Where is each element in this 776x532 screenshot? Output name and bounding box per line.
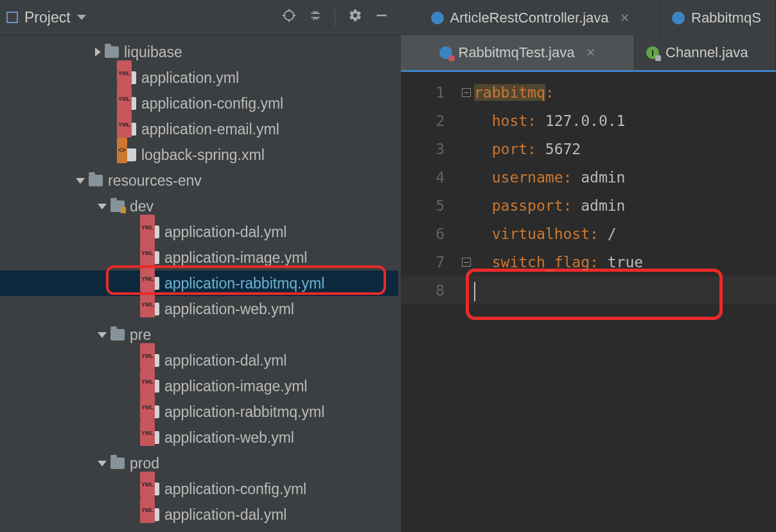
tab-article-rest-controller[interactable]: ArticleRestController.java ✕ (401, 0, 660, 35)
close-icon[interactable]: ✕ (620, 11, 630, 25)
code-editor[interactable]: 1 2 3 4 5 6 7 8 − – rabbitmq: host: 127.… (401, 72, 776, 532)
line-gutter: 1 2 3 4 5 6 7 8 (401, 72, 459, 532)
line-number: 2 (401, 107, 445, 135)
tree-file-dev-image[interactable]: application-image.yml (0, 245, 398, 270)
tree-file-pre-image[interactable]: application-image.yml (0, 373, 398, 399)
tree-folder-resources-env[interactable]: resources-env (0, 168, 398, 193)
gear-icon[interactable] (348, 8, 362, 26)
editor-tabs-row1: ArticleRestController.java ✕ RabbitmqS (401, 0, 776, 35)
svg-point-0 (285, 11, 294, 21)
tree-label: application-dal.yml (164, 348, 287, 373)
text-caret (474, 282, 475, 301)
tree-label: application-dal.yml (164, 502, 287, 528)
folder-icon (105, 46, 119, 58)
tree-folder-pre[interactable]: pre (0, 322, 398, 348)
tree-file-pre-dal[interactable]: application-dal.yml (0, 348, 398, 373)
xml-icon (119, 148, 136, 161)
divider (335, 8, 335, 26)
tree-label: application.yml (141, 65, 239, 91)
java-class-icon (672, 12, 685, 24)
project-dropdown-icon[interactable] (77, 15, 86, 20)
yml-icon (143, 508, 159, 521)
project-label[interactable]: Project (24, 9, 71, 26)
java-interface-icon: I (646, 46, 659, 59)
tree-label: application-image.yml (164, 245, 307, 270)
line-number: 1 (401, 78, 445, 107)
tree-file-prod-dal[interactable]: application-dal.yml (0, 502, 398, 528)
tab-label: RabbitmqTest.java (459, 44, 575, 61)
folder-icon (110, 457, 125, 469)
project-header: Project (0, 0, 398, 35)
tree-label: application-image.yml (164, 373, 307, 399)
yml-icon (143, 483, 159, 495)
tree-file-application-yml[interactable]: application.yml (0, 65, 398, 91)
yml-icon (143, 226, 159, 238)
tree-folder-liquibase[interactable]: liquibase (0, 39, 398, 65)
editor-panel: ArticleRestController.java ✕ RabbitmqS R… (401, 0, 776, 532)
folder-icon (89, 175, 103, 186)
tree-folder-dev[interactable]: dev (0, 193, 398, 219)
tree-label: application-email.yml (141, 116, 279, 142)
folder-icon (110, 200, 125, 212)
tree-label: application-web.yml (164, 296, 294, 322)
tree-label: application-rabbitmq.yml (164, 270, 324, 296)
yml-icon (143, 380, 159, 393)
line-number: 7 (401, 248, 445, 276)
tab-rabbitmq-test[interactable]: RabbitmqTest.java ✕ (401, 35, 635, 70)
tab-label: RabbitmqS (691, 10, 761, 26)
tree-label: application-web.yml (164, 425, 294, 450)
line-number: 8 (401, 276, 445, 305)
tree-label: resources-env (108, 168, 202, 193)
tree-file-dev-rabbitmq[interactable]: application-rabbitmq.yml (0, 270, 398, 296)
line-number: 6 (401, 220, 445, 248)
tab-label: Channel.java (666, 44, 748, 61)
tree-label: application-dal.yml (164, 219, 287, 245)
line-number: 4 (401, 163, 445, 191)
hide-icon[interactable] (375, 9, 388, 26)
yml-icon (143, 277, 159, 290)
yml-icon (143, 251, 159, 264)
line-number: 5 (401, 191, 445, 220)
tree-label: logback-spring.xml (141, 142, 265, 168)
tree-file-application-config-yml[interactable]: application-config.yml (0, 91, 398, 116)
java-class-icon (431, 12, 444, 24)
code-content: rabbitmq: host: 127.0.0.1 port: 5672 use… (474, 72, 643, 532)
yml-icon (143, 354, 159, 367)
tree-file-application-email-yml[interactable]: application-email.yml (0, 116, 398, 142)
line-number: 3 (401, 135, 445, 163)
yml-icon (119, 123, 136, 136)
tree-label: application-config.yml (164, 476, 306, 502)
fold-gutter: − – (459, 72, 474, 532)
tree-file-dev-dal[interactable]: application-dal.yml (0, 219, 398, 245)
yml-icon (119, 97, 136, 110)
yml-icon (143, 431, 159, 444)
tree-folder-prod[interactable]: prod (0, 450, 398, 476)
file-tree: liquibase application.yml application-co… (0, 35, 398, 528)
tree-file-pre-rabbitmq[interactable]: application-rabbitmq.yml (0, 399, 398, 425)
yml-icon (143, 303, 159, 315)
tree-label: application-rabbitmq.yml (164, 399, 324, 425)
project-tool-window: Project liquibase application.yml applic… (0, 0, 398, 532)
yml-icon (119, 71, 136, 84)
fold-end-icon[interactable]: – (462, 258, 471, 267)
tab-label: ArticleRestController.java (450, 10, 609, 26)
tree-label: application-config.yml (141, 91, 283, 116)
tree-file-dev-web[interactable]: application-web.yml (0, 296, 398, 322)
project-icon (6, 12, 18, 23)
editor-tabs-row2: RabbitmqTest.java ✕ I Channel.java (401, 35, 776, 70)
tree-file-logback-spring-xml[interactable]: logback-spring.xml (0, 142, 398, 168)
tab-channel[interactable]: I Channel.java (635, 35, 776, 70)
tree-label: liquibase (124, 39, 182, 65)
tree-file-prod-config[interactable]: application-config.yml (0, 476, 398, 502)
yml-icon (143, 405, 159, 418)
fold-toggle-icon[interactable]: − (462, 88, 471, 97)
tab-rabbitmq-s[interactable]: RabbitmqS (660, 0, 776, 35)
collapse-icon[interactable] (309, 9, 322, 26)
java-test-icon (439, 46, 452, 59)
tree-file-pre-web[interactable]: application-web.yml (0, 425, 398, 450)
locate-icon[interactable] (282, 8, 296, 26)
close-icon[interactable]: ✕ (586, 46, 595, 60)
folder-icon (110, 329, 125, 341)
